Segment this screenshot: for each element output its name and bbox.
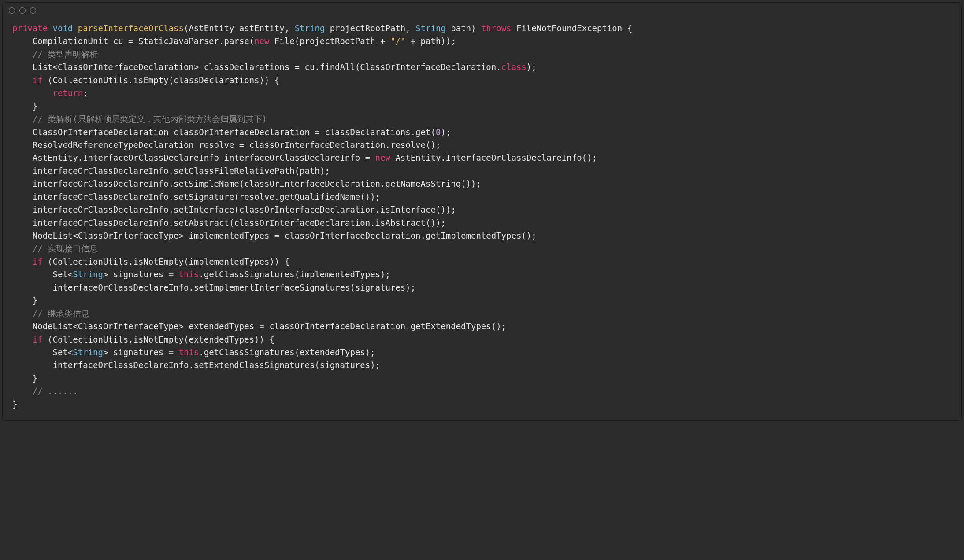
code-line: // 继承类信息 [12, 309, 89, 318]
code-line: return; [12, 88, 88, 98]
code-line: private void parseInterfaceOrClass(AstEn… [12, 23, 632, 33]
code-line: ResolvedReferenceTypeDeclaration resolve… [12, 140, 441, 150]
code-window: private void parseInterfaceOrClass(AstEn… [2, 2, 962, 421]
code-line: List<ClassOrInterfaceDeclaration> classD… [12, 62, 537, 72]
code-line: // 类型声明解析 [12, 49, 98, 59]
code-editor[interactable]: private void parseInterfaceOrClass(AstEn… [3, 18, 961, 420]
code-line: interfaceOrClassDeclareInfo.setExtendCla… [12, 360, 380, 370]
code-line: if (CollectionUtils.isNotEmpty(implement… [12, 257, 289, 266]
code-line: CompilationUnit cu = StaticJavaParser.pa… [12, 36, 456, 46]
code-line: // 类解析(只解析顶层类定义，其他内部类方法会归属到其下) [12, 114, 267, 124]
code-line: } [12, 101, 37, 111]
code-line: interfaceOrClassDeclareInfo.setAbstract(… [12, 218, 446, 228]
code-line: if (CollectionUtils.isNotEmpty(extendedT… [12, 335, 274, 344]
code-line: ClassOrInterfaceDeclaration classOrInter… [12, 127, 451, 137]
code-line: interfaceOrClassDeclareInfo.setSignature… [12, 192, 380, 202]
code-line: Set<String> signatures = this.getClassSi… [12, 347, 375, 357]
code-line: interfaceOrClassDeclareInfo.setClassFile… [12, 166, 330, 176]
maximize-icon[interactable] [30, 7, 36, 14]
code-line: interfaceOrClassDeclareInfo.setSimpleNam… [12, 179, 481, 188]
code-line: interfaceOrClassDeclareInfo.setInterface… [12, 205, 456, 214]
code-line: if (CollectionUtils.isEmpty(classDeclara… [12, 75, 279, 85]
code-line: // 实现接口信息 [12, 243, 98, 253]
code-line: NodeList<ClassOrInterfaceType> implement… [12, 231, 537, 240]
code-line: } [12, 399, 17, 409]
titlebar [3, 3, 961, 18]
minimize-icon[interactable] [19, 7, 26, 14]
code-line: // ...... [12, 386, 78, 396]
code-line: } [12, 295, 37, 305]
code-line: } [12, 373, 37, 383]
code-line: NodeList<ClassOrInterfaceType> extendedT… [12, 321, 506, 331]
code-line: AstEntity.InterfaceOrClassDeclareInfo in… [12, 153, 597, 162]
code-line: Set<String> signatures = this.getClassSi… [12, 269, 390, 279]
code-line: interfaceOrClassDeclareInfo.setImplement… [12, 283, 415, 292]
close-icon[interactable] [9, 7, 15, 14]
